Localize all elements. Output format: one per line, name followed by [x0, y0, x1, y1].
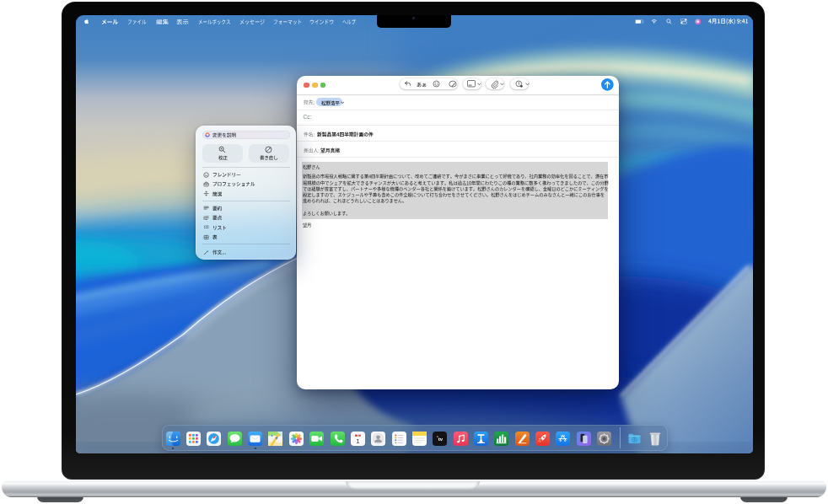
svg-text:1: 1	[356, 437, 360, 445]
svg-text:tv: tv	[438, 437, 444, 442]
